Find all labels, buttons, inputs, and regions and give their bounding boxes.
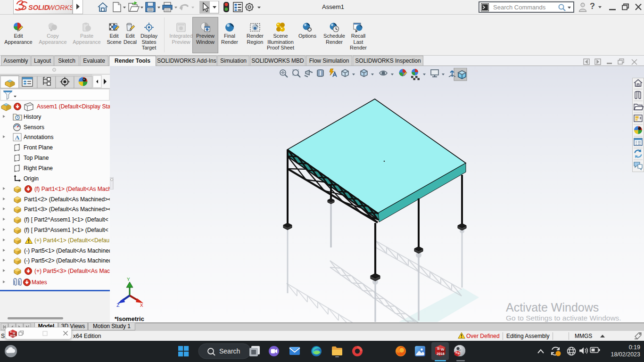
svg-text:X: X	[140, 303, 143, 308]
svg-text:0:19: 0:19	[629, 344, 640, 351]
svg-text:2018: 2018	[437, 352, 445, 356]
svg-text:Z: Z	[116, 303, 120, 308]
svg-text:W: W	[441, 347, 445, 352]
svg-text:W: W	[458, 352, 460, 355]
svg-text:S: S	[437, 346, 440, 351]
svg-text:Search: Search	[219, 347, 240, 355]
svg-text:SOLID: SOLID	[28, 4, 50, 11]
svg-text:Y: Y	[127, 277, 130, 282]
svg-text:Activate Windows: Activate Windows	[506, 301, 599, 314]
svg-text:2018: 2018	[10, 334, 16, 337]
svg-text:S: S	[10, 330, 12, 333]
svg-text:18/02/2023: 18/02/2023	[611, 351, 640, 358]
svg-text:Go to Settings to activate Win: Go to Settings to activate Windows.	[506, 314, 621, 322]
svg-text:A: A	[15, 134, 20, 141]
svg-text:*Isometric: *Isometric	[115, 315, 144, 322]
svg-text:WORKS: WORKS	[48, 4, 72, 11]
